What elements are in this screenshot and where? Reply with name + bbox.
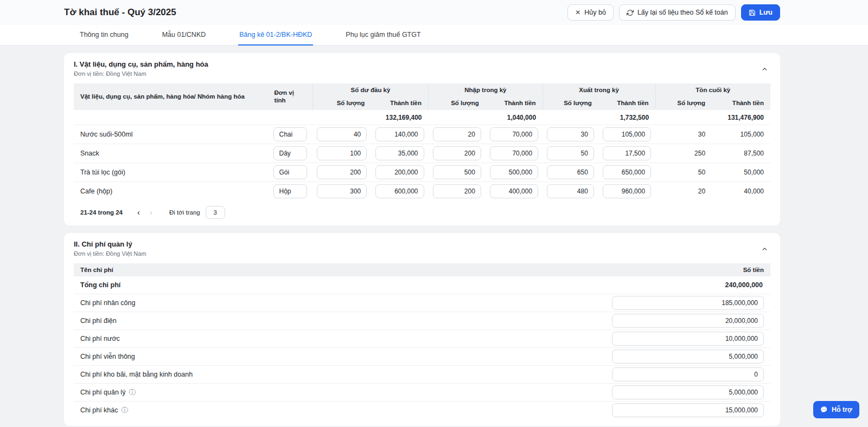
opening-amount-input[interactable] xyxy=(375,146,424,160)
item-name: Trà túi lọc (gói) xyxy=(74,163,269,182)
col-header-out-qty: Số lượng xyxy=(542,96,598,109)
opening-amount-input[interactable] xyxy=(375,184,424,198)
info-circle-icon[interactable]: ⓘ xyxy=(129,389,136,396)
out-qty-input[interactable] xyxy=(547,127,594,141)
inventory-row: Nước suối-500ml30105,000 xyxy=(74,125,770,144)
opening-amount-input[interactable] xyxy=(375,165,424,179)
opening-qty-input[interactable] xyxy=(317,146,367,160)
col-header-closing-qty: Số lượng xyxy=(655,96,712,109)
expenses-total-row: Tổng chi phí 240,000,000 xyxy=(74,276,770,294)
expense-amount-input[interactable] xyxy=(612,350,764,364)
total-opening-amount: 132,169,400 xyxy=(371,110,428,125)
inventory-table: Vật liệu, dụng cụ, sản phẩm, hàng hóa/ N… xyxy=(74,83,770,200)
closing-qty-value: 50 xyxy=(655,163,712,182)
pagination-page-input[interactable] xyxy=(206,206,225,219)
col-header-unit: Đơn vị tính xyxy=(269,83,313,110)
expense-amount-input[interactable] xyxy=(612,385,764,399)
in-amount-input[interactable] xyxy=(490,184,538,198)
section-expenses-card: II. Chi phí quản lý Đơn vị tiền: Đồng Vi… xyxy=(64,233,780,426)
expenses-table: Tên chi phí Số tiền Tổng chi phí 240,000… xyxy=(74,263,770,419)
unit-input[interactable] xyxy=(273,165,307,179)
col-header-opening-qty: Số lượng xyxy=(312,96,371,109)
tab-phu-luc-giam-thue-gtgt[interactable]: Phụ lục giảm thuế GTGT xyxy=(344,25,422,46)
support-button[interactable]: Hỗ trợ xyxy=(813,401,859,418)
out-qty-input[interactable] xyxy=(547,146,594,160)
cancel-button[interactable]: ✕ Hủy bỏ xyxy=(567,4,614,21)
inventory-table-header: Vật liệu, dụng cụ, sản phẩm, hàng hóa/ N… xyxy=(74,83,770,110)
expense-name: Chi phí nước xyxy=(80,335,120,342)
expense-row: Chi phí quản lý ⓘ xyxy=(74,384,770,402)
expense-amount-input[interactable] xyxy=(612,367,764,381)
expense-amount-input[interactable] xyxy=(612,314,764,328)
in-amount-input[interactable] xyxy=(490,165,538,179)
cancel-button-label: Hủy bỏ xyxy=(584,9,606,16)
tab-bang-ke-01-2-bk-hdkd[interactable]: Bảng kê 01-2/BK-HĐKD xyxy=(238,25,313,46)
out-amount-input[interactable] xyxy=(603,127,651,141)
expense-rows: Chi phí nhân côngChi phí điệnChi phí nướ… xyxy=(74,294,770,419)
chat-bubble-icon xyxy=(820,406,828,413)
expense-row: Chi phí khác ⓘ xyxy=(74,402,770,419)
pagination-prev-button[interactable]: ‹ xyxy=(132,208,145,216)
expense-amount-input[interactable] xyxy=(612,403,764,417)
unit-input[interactable] xyxy=(273,184,307,198)
expenses-total-label: Tổng chi phí xyxy=(80,281,120,289)
col-group-opening: Số dư đầu kỳ xyxy=(312,83,428,96)
total-in-amount: 1,040,000 xyxy=(486,110,542,125)
pagination-next-button[interactable]: › xyxy=(145,208,157,216)
out-qty-input[interactable] xyxy=(547,165,594,179)
section-expenses-currency-note: Đơn vị tiền: Đồng Việt Nam xyxy=(74,250,146,257)
in-qty-input[interactable] xyxy=(433,184,481,198)
section-inventory-title: I. Vật liệu, dụng cụ, sản phẩm, hàng hóa xyxy=(74,60,208,68)
col-header-expense-name: Tên chi phí xyxy=(80,267,113,273)
col-header-out-amount: Thành tiền xyxy=(598,96,655,109)
tabbar: Thông tin chung Mẫu 01/CNKD Bảng kê 01-2… xyxy=(0,25,868,46)
pagination-goto-label: Đi tới trang xyxy=(169,209,200,216)
out-amount-input[interactable] xyxy=(603,146,651,160)
expense-amount-input[interactable] xyxy=(612,332,764,346)
in-qty-input[interactable] xyxy=(433,127,481,141)
expense-row: Chi phí điện xyxy=(74,312,770,330)
section-expenses-title: II. Chi phí quản lý xyxy=(74,240,146,248)
collapse-section-inventory-button[interactable] xyxy=(759,63,770,75)
refresh-icon xyxy=(627,9,634,16)
floppy-disk-icon xyxy=(749,9,756,16)
item-name: Snack xyxy=(74,144,269,163)
out-amount-input[interactable] xyxy=(603,184,651,198)
inventory-totals-row: 132,169,400 1,040,000 1,732,500 131,476,… xyxy=(74,110,770,125)
out-amount-input[interactable] xyxy=(603,165,651,179)
opening-qty-input[interactable] xyxy=(317,165,367,179)
expense-name: Chi phí viễn thông xyxy=(80,353,135,360)
col-group-closing: Tồn cuối kỳ xyxy=(655,83,770,96)
x-icon: ✕ xyxy=(575,9,580,16)
expenses-total-amount: 240,000,000 xyxy=(725,281,764,289)
support-button-label: Hỗ trợ xyxy=(832,406,852,413)
chevron-up-icon xyxy=(761,246,768,254)
tab-mau-01-cnkd[interactable]: Mẫu 01/CNKD xyxy=(161,25,207,46)
in-qty-input[interactable] xyxy=(433,165,481,179)
in-amount-input[interactable] xyxy=(490,127,538,141)
closing-qty-value: 250 xyxy=(655,144,712,163)
save-button[interactable]: Lưu xyxy=(741,4,780,21)
opening-qty-input[interactable] xyxy=(317,127,367,141)
out-qty-input[interactable] xyxy=(547,184,594,198)
unit-input[interactable] xyxy=(273,127,307,141)
info-circle-icon[interactable]: ⓘ xyxy=(121,407,128,414)
expense-name: Chi phí nhân công xyxy=(80,299,135,307)
reload-data-button[interactable]: Lấy lại số liệu theo Sổ kế toán xyxy=(619,4,736,21)
inventory-row: Trà túi lọc (gói)5050,000 xyxy=(74,163,770,182)
pagination-range: 21-24 trong 24 xyxy=(80,209,123,216)
reload-data-button-label: Lấy lại số liệu theo Sổ kế toán xyxy=(637,9,728,16)
section-inventory-card: I. Vật liệu, dụng cụ, sản phẩm, hàng hóa… xyxy=(64,53,780,225)
in-amount-input[interactable] xyxy=(490,146,538,160)
opening-qty-input[interactable] xyxy=(317,184,367,198)
expense-amount-input[interactable] xyxy=(612,296,764,310)
in-qty-input[interactable] xyxy=(433,146,481,160)
tab-thong-tin-chung[interactable]: Thông tin chung xyxy=(79,25,130,46)
item-name: Nước suối-500ml xyxy=(74,125,269,144)
collapse-section-expenses-button[interactable] xyxy=(759,243,770,255)
inventory-row: Cafe (hộp)2040,000 xyxy=(74,182,770,200)
section-inventory-currency-note: Đơn vị tiền: Đồng Việt Nam xyxy=(74,70,208,77)
page-title: Tờ khai thuế - Quý 3/2025 xyxy=(64,7,176,18)
unit-input[interactable] xyxy=(273,146,307,160)
opening-amount-input[interactable] xyxy=(375,127,424,141)
